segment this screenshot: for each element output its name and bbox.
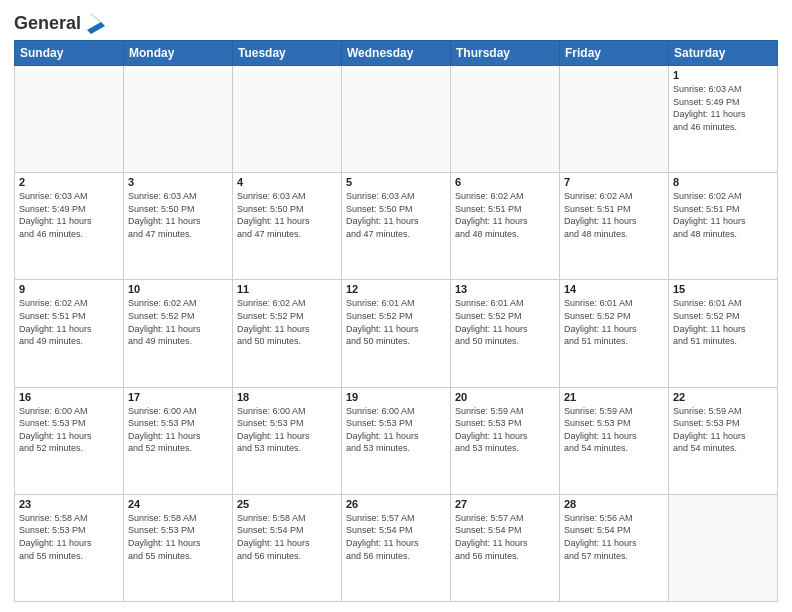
week-row-0: 1Sunrise: 6:03 AM Sunset: 5:49 PM Daylig… <box>15 66 778 173</box>
day-number: 19 <box>346 391 446 403</box>
svg-marker-0 <box>87 22 105 34</box>
calendar: SundayMondayTuesdayWednesdayThursdayFrid… <box>14 40 778 602</box>
calendar-cell: 13Sunrise: 6:01 AM Sunset: 5:52 PM Dayli… <box>451 280 560 387</box>
day-number: 13 <box>455 283 555 295</box>
calendar-cell: 3Sunrise: 6:03 AM Sunset: 5:50 PM Daylig… <box>124 173 233 280</box>
weekday-header-wednesday: Wednesday <box>342 41 451 66</box>
weekday-header-sunday: Sunday <box>15 41 124 66</box>
day-info: Sunrise: 6:00 AM Sunset: 5:53 PM Dayligh… <box>346 405 446 455</box>
week-row-4: 23Sunrise: 5:58 AM Sunset: 5:53 PM Dayli… <box>15 494 778 601</box>
day-info: Sunrise: 6:00 AM Sunset: 5:53 PM Dayligh… <box>128 405 228 455</box>
logo: General <box>14 14 105 34</box>
calendar-cell: 7Sunrise: 6:02 AM Sunset: 5:51 PM Daylig… <box>560 173 669 280</box>
day-number: 14 <box>564 283 664 295</box>
day-number: 5 <box>346 176 446 188</box>
weekday-header-tuesday: Tuesday <box>233 41 342 66</box>
day-info: Sunrise: 6:02 AM Sunset: 5:52 PM Dayligh… <box>128 297 228 347</box>
calendar-cell: 22Sunrise: 5:59 AM Sunset: 5:53 PM Dayli… <box>669 387 778 494</box>
calendar-cell: 9Sunrise: 6:02 AM Sunset: 5:51 PM Daylig… <box>15 280 124 387</box>
day-number: 25 <box>237 498 337 510</box>
calendar-cell <box>560 66 669 173</box>
day-info: Sunrise: 6:02 AM Sunset: 5:51 PM Dayligh… <box>19 297 119 347</box>
logo-text: General <box>14 14 81 34</box>
day-info: Sunrise: 6:02 AM Sunset: 5:51 PM Dayligh… <box>564 190 664 240</box>
day-info: Sunrise: 6:03 AM Sunset: 5:49 PM Dayligh… <box>673 83 773 133</box>
weekday-header-friday: Friday <box>560 41 669 66</box>
day-info: Sunrise: 6:01 AM Sunset: 5:52 PM Dayligh… <box>673 297 773 347</box>
calendar-cell: 11Sunrise: 6:02 AM Sunset: 5:52 PM Dayli… <box>233 280 342 387</box>
week-row-3: 16Sunrise: 6:00 AM Sunset: 5:53 PM Dayli… <box>15 387 778 494</box>
day-info: Sunrise: 5:59 AM Sunset: 5:53 PM Dayligh… <box>455 405 555 455</box>
day-number: 7 <box>564 176 664 188</box>
calendar-cell <box>124 66 233 173</box>
calendar-cell: 1Sunrise: 6:03 AM Sunset: 5:49 PM Daylig… <box>669 66 778 173</box>
day-info: Sunrise: 6:01 AM Sunset: 5:52 PM Dayligh… <box>455 297 555 347</box>
day-info: Sunrise: 6:00 AM Sunset: 5:53 PM Dayligh… <box>19 405 119 455</box>
day-number: 16 <box>19 391 119 403</box>
calendar-cell: 26Sunrise: 5:57 AM Sunset: 5:54 PM Dayli… <box>342 494 451 601</box>
page: General SundayMondayTuesdayWednesdayThur… <box>0 0 792 612</box>
day-info: Sunrise: 5:58 AM Sunset: 5:53 PM Dayligh… <box>128 512 228 562</box>
day-info: Sunrise: 6:01 AM Sunset: 5:52 PM Dayligh… <box>346 297 446 347</box>
calendar-cell: 27Sunrise: 5:57 AM Sunset: 5:54 PM Dayli… <box>451 494 560 601</box>
day-info: Sunrise: 5:56 AM Sunset: 5:54 PM Dayligh… <box>564 512 664 562</box>
day-number: 3 <box>128 176 228 188</box>
weekday-header-monday: Monday <box>124 41 233 66</box>
calendar-cell: 23Sunrise: 5:58 AM Sunset: 5:53 PM Dayli… <box>15 494 124 601</box>
calendar-cell: 14Sunrise: 6:01 AM Sunset: 5:52 PM Dayli… <box>560 280 669 387</box>
day-info: Sunrise: 5:57 AM Sunset: 5:54 PM Dayligh… <box>346 512 446 562</box>
day-info: Sunrise: 6:01 AM Sunset: 5:52 PM Dayligh… <box>564 297 664 347</box>
calendar-cell <box>342 66 451 173</box>
day-info: Sunrise: 6:00 AM Sunset: 5:53 PM Dayligh… <box>237 405 337 455</box>
day-number: 1 <box>673 69 773 81</box>
calendar-cell: 25Sunrise: 5:58 AM Sunset: 5:54 PM Dayli… <box>233 494 342 601</box>
calendar-cell: 16Sunrise: 6:00 AM Sunset: 5:53 PM Dayli… <box>15 387 124 494</box>
day-info: Sunrise: 5:59 AM Sunset: 5:53 PM Dayligh… <box>564 405 664 455</box>
calendar-cell: 18Sunrise: 6:00 AM Sunset: 5:53 PM Dayli… <box>233 387 342 494</box>
day-number: 28 <box>564 498 664 510</box>
header: General <box>14 10 778 34</box>
day-number: 15 <box>673 283 773 295</box>
calendar-cell: 17Sunrise: 6:00 AM Sunset: 5:53 PM Dayli… <box>124 387 233 494</box>
weekday-header-row: SundayMondayTuesdayWednesdayThursdayFrid… <box>15 41 778 66</box>
calendar-cell: 8Sunrise: 6:02 AM Sunset: 5:51 PM Daylig… <box>669 173 778 280</box>
day-number: 4 <box>237 176 337 188</box>
day-number: 8 <box>673 176 773 188</box>
calendar-cell <box>669 494 778 601</box>
week-row-2: 9Sunrise: 6:02 AM Sunset: 5:51 PM Daylig… <box>15 280 778 387</box>
day-number: 17 <box>128 391 228 403</box>
calendar-cell: 21Sunrise: 5:59 AM Sunset: 5:53 PM Dayli… <box>560 387 669 494</box>
calendar-cell: 4Sunrise: 6:03 AM Sunset: 5:50 PM Daylig… <box>233 173 342 280</box>
calendar-cell <box>233 66 342 173</box>
calendar-cell: 24Sunrise: 5:58 AM Sunset: 5:53 PM Dayli… <box>124 494 233 601</box>
day-number: 27 <box>455 498 555 510</box>
day-info: Sunrise: 6:03 AM Sunset: 5:50 PM Dayligh… <box>237 190 337 240</box>
day-number: 20 <box>455 391 555 403</box>
day-number: 9 <box>19 283 119 295</box>
logo-icon <box>83 12 105 34</box>
calendar-cell <box>15 66 124 173</box>
day-info: Sunrise: 5:59 AM Sunset: 5:53 PM Dayligh… <box>673 405 773 455</box>
day-info: Sunrise: 6:03 AM Sunset: 5:49 PM Dayligh… <box>19 190 119 240</box>
day-number: 22 <box>673 391 773 403</box>
day-number: 6 <box>455 176 555 188</box>
day-number: 24 <box>128 498 228 510</box>
week-row-1: 2Sunrise: 6:03 AM Sunset: 5:49 PM Daylig… <box>15 173 778 280</box>
calendar-cell: 15Sunrise: 6:01 AM Sunset: 5:52 PM Dayli… <box>669 280 778 387</box>
day-info: Sunrise: 5:57 AM Sunset: 5:54 PM Dayligh… <box>455 512 555 562</box>
day-info: Sunrise: 5:58 AM Sunset: 5:53 PM Dayligh… <box>19 512 119 562</box>
day-number: 12 <box>346 283 446 295</box>
weekday-header-saturday: Saturday <box>669 41 778 66</box>
day-info: Sunrise: 6:03 AM Sunset: 5:50 PM Dayligh… <box>128 190 228 240</box>
calendar-cell: 2Sunrise: 6:03 AM Sunset: 5:49 PM Daylig… <box>15 173 124 280</box>
weekday-header-thursday: Thursday <box>451 41 560 66</box>
day-number: 23 <box>19 498 119 510</box>
day-number: 10 <box>128 283 228 295</box>
calendar-cell: 12Sunrise: 6:01 AM Sunset: 5:52 PM Dayli… <box>342 280 451 387</box>
day-number: 11 <box>237 283 337 295</box>
day-number: 21 <box>564 391 664 403</box>
calendar-cell: 5Sunrise: 6:03 AM Sunset: 5:50 PM Daylig… <box>342 173 451 280</box>
day-info: Sunrise: 6:02 AM Sunset: 5:51 PM Dayligh… <box>673 190 773 240</box>
calendar-cell: 28Sunrise: 5:56 AM Sunset: 5:54 PM Dayli… <box>560 494 669 601</box>
calendar-cell: 20Sunrise: 5:59 AM Sunset: 5:53 PM Dayli… <box>451 387 560 494</box>
